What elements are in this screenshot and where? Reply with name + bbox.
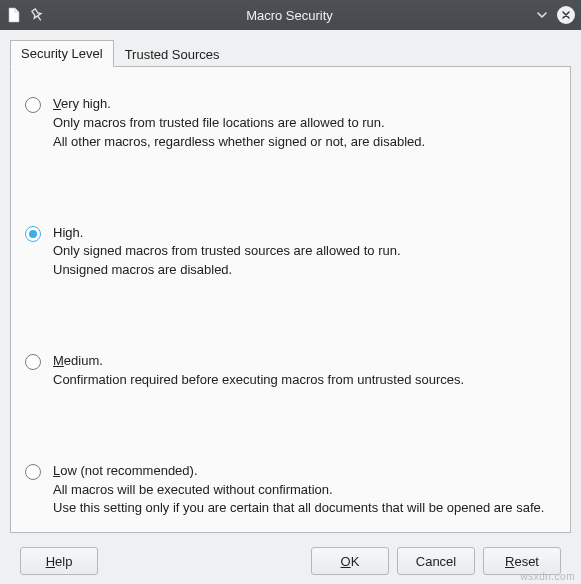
ok-button[interactable]: OK: [311, 547, 389, 575]
option-very-high-desc1: Only macros from trusted file locations …: [53, 114, 425, 133]
cancel-button[interactable]: Cancel: [397, 547, 475, 575]
option-medium-desc1: Confirmation required before executing m…: [53, 371, 464, 390]
option-high-title: High.: [53, 224, 401, 243]
security-level-panel: Very high. Only macros from trusted file…: [10, 67, 571, 533]
option-low-desc2: Use this setting only if you are certain…: [53, 499, 544, 518]
radio-medium[interactable]: [25, 354, 41, 370]
option-very-high-desc2: All other macros, regardless whether sig…: [53, 133, 425, 152]
option-very-high-title: Very high.: [53, 95, 425, 114]
watermark: wsxdn.com: [520, 571, 575, 582]
document-icon: [6, 7, 22, 23]
tab-bar: Security Level Trusted Sources: [10, 40, 571, 67]
titlebar: Macro Security: [0, 0, 581, 30]
option-medium-title: Medium.: [53, 352, 464, 371]
close-icon[interactable]: [557, 6, 575, 24]
radio-high[interactable]: [25, 226, 41, 242]
option-low[interactable]: Low (not recommended). All macros will b…: [25, 462, 556, 519]
tab-security-level[interactable]: Security Level: [10, 40, 114, 67]
option-high-desc2: Unsigned macros are disabled.: [53, 261, 401, 280]
tab-trusted-sources[interactable]: Trusted Sources: [114, 41, 231, 67]
option-low-desc1: All macros will be executed without conf…: [53, 481, 544, 500]
help-button[interactable]: Help: [20, 547, 98, 575]
option-high-desc1: Only signed macros from trusted sources …: [53, 242, 401, 261]
option-low-title: Low (not recommended).: [53, 462, 544, 481]
radio-very-high[interactable]: [25, 97, 41, 113]
option-medium[interactable]: Medium. Confirmation required before exe…: [25, 352, 556, 390]
option-very-high[interactable]: Very high. Only macros from trusted file…: [25, 95, 556, 152]
window-title: Macro Security: [44, 8, 535, 23]
radio-low[interactable]: [25, 464, 41, 480]
pin-icon[interactable]: [30, 8, 44, 22]
option-high[interactable]: High. Only signed macros from trusted so…: [25, 224, 556, 281]
dialog-button-row: Help OK Cancel Reset: [10, 533, 571, 584]
chevron-down-icon[interactable]: [535, 8, 549, 22]
